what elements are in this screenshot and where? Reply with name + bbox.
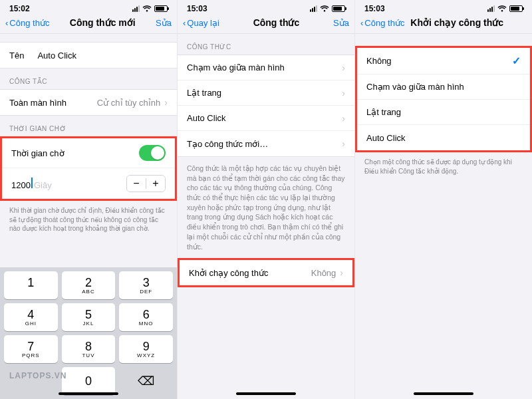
- cellular-icon: [310, 5, 317, 12]
- wait-toggle-row: Thời gian chờ: [2, 138, 175, 168]
- home-indicator[interactable]: [414, 392, 473, 395]
- backspace-icon: ⌫: [138, 374, 154, 388]
- key-9[interactable]: 9WXYZ: [119, 335, 173, 363]
- switch-row[interactable]: Toàn màn hình Cử chỉ tùy chỉnh ›: [0, 90, 177, 115]
- status-bar: 15:02: [0, 0, 177, 15]
- key-1[interactable]: 1: [4, 271, 58, 299]
- name-row[interactable]: Tên Auto Click: [0, 43, 177, 68]
- pane-new-recipe: 15:02 ‹ Công thức Công thức mới Sửa Tên …: [0, 0, 178, 399]
- create-recipe-row[interactable]: Tạo công thức mới…›: [178, 131, 354, 156]
- key-3[interactable]: 3DEF: [119, 271, 173, 299]
- cellular-icon: [487, 5, 495, 12]
- pane-recipes: 15:03 ‹ Quay lại Công thức Sửa CÔNG THỨC…: [178, 0, 355, 399]
- wait-stepper: − +: [126, 175, 166, 192]
- option-row[interactable]: Không✓: [357, 48, 530, 74]
- option-row[interactable]: Lật trang: [357, 100, 530, 125]
- navbar: ‹ Công thức Khởi chạy công thức: [355, 15, 532, 34]
- section-switch-label: CÔNG TẮC: [0, 68, 177, 89]
- wait-label: Thời gian chờ: [11, 148, 65, 158]
- wait-group-highlight: Thời gian chờ 1200 Giây − +: [0, 136, 177, 201]
- key-6[interactable]: 6MNO: [119, 303, 173, 331]
- stepper-plus[interactable]: +: [146, 176, 165, 192]
- battery-icon: [509, 5, 523, 12]
- recipe-row[interactable]: Lật trang›: [178, 80, 354, 106]
- wifi-icon: [142, 5, 152, 12]
- status-bar: 15:03: [178, 0, 354, 15]
- key-5[interactable]: 5JKL: [62, 303, 116, 331]
- recipe-row[interactable]: Auto Click›: [178, 106, 354, 131]
- battery-icon: [154, 5, 168, 12]
- chevron-icon: ›: [342, 113, 345, 124]
- status-icons: [487, 5, 523, 12]
- home-indicator[interactable]: [236, 392, 296, 395]
- chevron-icon: ›: [342, 138, 345, 149]
- back-button[interactable]: ‹ Quay lại: [183, 18, 219, 28]
- chevron-icon: ›: [342, 88, 345, 98]
- back-button[interactable]: ‹ Công thức: [360, 18, 404, 28]
- recipe-row[interactable]: Chạm vào giữa màn hình›: [178, 55, 354, 80]
- home-indicator[interactable]: [59, 392, 118, 395]
- nav-title: Công thức mới: [49, 17, 156, 28]
- name-value: Auto Click: [37, 51, 76, 61]
- option-row[interactable]: Auto Click: [357, 125, 530, 150]
- wait-input[interactable]: 1200 Giây: [11, 178, 52, 190]
- cellular-icon: [132, 5, 140, 12]
- wait-toggle[interactable]: [139, 145, 166, 161]
- chevron-icon: ›: [342, 63, 345, 73]
- navbar: ‹ Quay lại Công thức Sửa: [178, 15, 354, 34]
- section-wait-label: THỜI GIAN CHỜ: [0, 116, 177, 136]
- edit-button[interactable]: Sửa: [156, 18, 172, 28]
- key-7[interactable]: 7PQRS: [4, 335, 58, 363]
- launch-options-highlight: Không✓ Chạm vào giữa màn hình Lật trang …: [355, 46, 532, 152]
- name-label: Tên: [9, 51, 24, 61]
- nav-title: Khởi chạy công thức: [404, 17, 509, 28]
- wait-note: Khi thời gian chờ được chỉ định, Điều kh…: [0, 201, 177, 233]
- edit-button[interactable]: Sửa: [333, 18, 349, 28]
- checkmark-icon: ✓: [512, 55, 521, 67]
- launch-recipe-highlight: Khởi chạy công thức Không ›: [178, 258, 354, 287]
- chevron-icon: ›: [340, 267, 343, 278]
- stepper-minus[interactable]: −: [127, 176, 146, 192]
- status-time: 15:03: [187, 4, 207, 13]
- back-button[interactable]: ‹ Công thức: [5, 18, 49, 28]
- battery-icon: [332, 5, 345, 12]
- section-recipes-label: CÔNG THỨC: [178, 34, 354, 55]
- launch-recipe-row[interactable]: Khởi chạy công thức Không ›: [180, 260, 352, 285]
- recipes-description: Công thức là một tập hợp các tác vụ chuy…: [178, 157, 354, 258]
- switch-name: Toàn màn hình: [9, 98, 66, 108]
- launch-note: Chọn một công thức sẽ được áp dụng tự độ…: [355, 152, 532, 176]
- key-4[interactable]: 4GHI: [4, 303, 58, 331]
- option-row[interactable]: Chạm vào giữa màn hình: [357, 74, 530, 100]
- switch-value: Cử chỉ tùy chỉnh: [92, 98, 161, 108]
- key-8[interactable]: 8TUV: [62, 335, 116, 363]
- wifi-icon: [320, 5, 329, 12]
- navbar: ‹ Công thức Công thức mới Sửa: [0, 15, 177, 34]
- key-backspace[interactable]: ⌫: [119, 367, 173, 395]
- pane-launch-recipe: 15:03 ‹ Công thức Khởi chạy công thức Kh…: [355, 0, 532, 399]
- status-time: 15:03: [364, 4, 385, 13]
- wifi-icon: [497, 5, 507, 12]
- status-icons: [132, 5, 168, 12]
- wait-value-row: 1200 Giây − +: [2, 168, 175, 199]
- status-bar: 15:03: [355, 0, 532, 15]
- status-icons: [310, 5, 345, 12]
- key-2[interactable]: 2ABC: [62, 271, 116, 299]
- launch-label: Khởi chạy công thức: [189, 268, 268, 278]
- nav-title: Công thức: [219, 17, 333, 28]
- launch-value: Không: [306, 268, 336, 278]
- chevron-icon: ›: [164, 97, 168, 108]
- watermark: LAPTOPS.VN: [9, 371, 66, 380]
- key-0[interactable]: 0: [62, 367, 116, 395]
- status-time: 15:02: [9, 4, 30, 13]
